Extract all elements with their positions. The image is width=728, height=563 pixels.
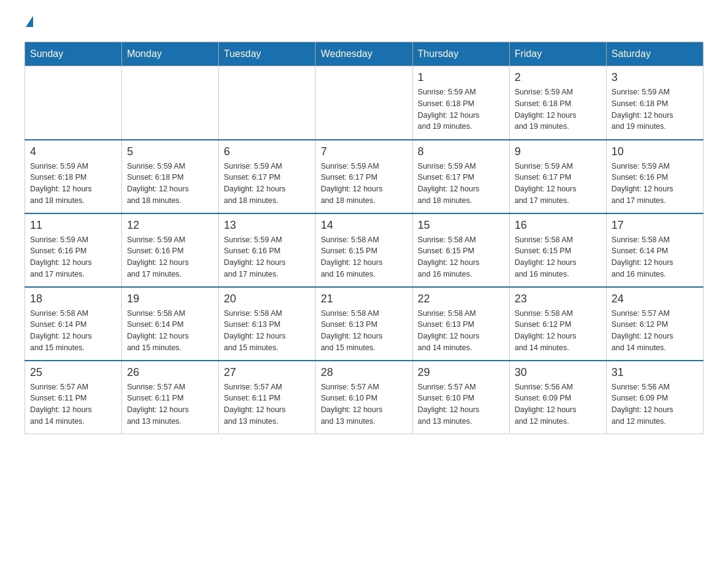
day-info: Sunrise: 5:58 AM Sunset: 6:15 PM Dayligh… <box>515 234 601 280</box>
day-info: Sunrise: 5:59 AM Sunset: 6:18 PM Dayligh… <box>612 86 698 132</box>
table-row <box>316 66 412 140</box>
table-row: 30Sunrise: 5:56 AM Sunset: 6:09 PM Dayli… <box>509 361 606 434</box>
day-number: 25 <box>30 366 116 379</box>
table-row: 10Sunrise: 5:59 AM Sunset: 6:16 PM Dayli… <box>606 140 703 213</box>
day-info: Sunrise: 5:59 AM Sunset: 6:17 PM Dayligh… <box>418 161 504 207</box>
day-number: 15 <box>418 219 504 232</box>
day-number: 31 <box>612 366 698 379</box>
day-info: Sunrise: 5:59 AM Sunset: 6:16 PM Dayligh… <box>612 161 698 207</box>
table-row: 18Sunrise: 5:58 AM Sunset: 6:14 PM Dayli… <box>25 287 122 361</box>
day-number: 28 <box>320 366 407 379</box>
day-number: 27 <box>224 366 310 379</box>
table-row: 14Sunrise: 5:58 AM Sunset: 6:15 PM Dayli… <box>316 213 412 287</box>
table-row: 16Sunrise: 5:58 AM Sunset: 6:15 PM Dayli… <box>509 213 606 287</box>
table-row: 20Sunrise: 5:58 AM Sunset: 6:13 PM Dayli… <box>219 287 316 361</box>
day-number: 23 <box>515 293 601 305</box>
day-info: Sunrise: 5:57 AM Sunset: 6:11 PM Dayligh… <box>127 381 213 427</box>
calendar-week-row: 18Sunrise: 5:58 AM Sunset: 6:14 PM Dayli… <box>25 287 703 361</box>
col-wednesday: Wednesday <box>316 42 412 66</box>
day-number: 19 <box>127 293 213 305</box>
day-info: Sunrise: 5:59 AM Sunset: 6:17 PM Dayligh… <box>515 161 601 207</box>
day-info: Sunrise: 5:58 AM Sunset: 6:15 PM Dayligh… <box>320 234 407 280</box>
day-info: Sunrise: 5:59 AM Sunset: 6:16 PM Dayligh… <box>224 234 310 280</box>
day-info: Sunrise: 5:58 AM Sunset: 6:14 PM Dayligh… <box>612 234 698 280</box>
day-info: Sunrise: 5:58 AM Sunset: 6:12 PM Dayligh… <box>515 308 601 354</box>
table-row <box>122 66 219 140</box>
col-friday: Friday <box>509 42 606 66</box>
day-number: 5 <box>127 145 213 158</box>
col-sunday: Sunday <box>25 42 122 66</box>
day-number: 16 <box>515 219 601 232</box>
table-row: 6Sunrise: 5:59 AM Sunset: 6:17 PM Daylig… <box>219 140 316 213</box>
day-info: Sunrise: 5:58 AM Sunset: 6:14 PM Dayligh… <box>30 308 116 354</box>
table-row: 2Sunrise: 5:59 AM Sunset: 6:18 PM Daylig… <box>509 66 606 140</box>
table-row: 1Sunrise: 5:59 AM Sunset: 6:18 PM Daylig… <box>412 66 509 140</box>
day-number: 30 <box>515 366 601 379</box>
calendar-header-row: Sunday Monday Tuesday Wednesday Thursday… <box>25 42 703 66</box>
table-row: 13Sunrise: 5:59 AM Sunset: 6:16 PM Dayli… <box>219 213 316 287</box>
day-info: Sunrise: 5:58 AM Sunset: 6:13 PM Dayligh… <box>224 308 310 354</box>
day-info: Sunrise: 5:59 AM Sunset: 6:16 PM Dayligh… <box>127 234 213 280</box>
col-monday: Monday <box>122 42 219 66</box>
day-info: Sunrise: 5:59 AM Sunset: 6:17 PM Dayligh… <box>320 161 407 207</box>
page-header <box>25 18 703 29</box>
table-row: 3Sunrise: 5:59 AM Sunset: 6:18 PM Daylig… <box>606 66 703 140</box>
col-tuesday: Tuesday <box>219 42 316 66</box>
day-info: Sunrise: 5:57 AM Sunset: 6:10 PM Dayligh… <box>418 381 504 427</box>
table-row: 17Sunrise: 5:58 AM Sunset: 6:14 PM Dayli… <box>606 213 703 287</box>
calendar-week-row: 11Sunrise: 5:59 AM Sunset: 6:16 PM Dayli… <box>25 213 703 287</box>
day-info: Sunrise: 5:57 AM Sunset: 6:10 PM Dayligh… <box>320 381 407 427</box>
table-row: 19Sunrise: 5:58 AM Sunset: 6:14 PM Dayli… <box>122 287 219 361</box>
table-row: 24Sunrise: 5:57 AM Sunset: 6:12 PM Dayli… <box>606 287 703 361</box>
day-number: 26 <box>127 366 213 379</box>
table-row <box>219 66 316 140</box>
day-info: Sunrise: 5:59 AM Sunset: 6:18 PM Dayligh… <box>515 86 601 132</box>
table-row: 26Sunrise: 5:57 AM Sunset: 6:11 PM Dayli… <box>122 361 219 434</box>
day-number: 17 <box>612 219 698 232</box>
table-row: 29Sunrise: 5:57 AM Sunset: 6:10 PM Dayli… <box>412 361 509 434</box>
table-row: 27Sunrise: 5:57 AM Sunset: 6:11 PM Dayli… <box>219 361 316 434</box>
day-number: 8 <box>418 145 504 158</box>
day-info: Sunrise: 5:58 AM Sunset: 6:13 PM Dayligh… <box>418 308 504 354</box>
table-row: 11Sunrise: 5:59 AM Sunset: 6:16 PM Dayli… <box>25 213 122 287</box>
day-number: 18 <box>30 293 116 305</box>
table-row: 23Sunrise: 5:58 AM Sunset: 6:12 PM Dayli… <box>509 287 606 361</box>
day-number: 11 <box>30 219 116 232</box>
table-row: 4Sunrise: 5:59 AM Sunset: 6:18 PM Daylig… <box>25 140 122 213</box>
day-info: Sunrise: 5:59 AM Sunset: 6:18 PM Dayligh… <box>127 161 213 207</box>
day-number: 22 <box>418 293 504 305</box>
day-number: 13 <box>224 219 310 232</box>
table-row: 15Sunrise: 5:58 AM Sunset: 6:15 PM Dayli… <box>412 213 509 287</box>
calendar-week-row: 4Sunrise: 5:59 AM Sunset: 6:18 PM Daylig… <box>25 140 703 213</box>
table-row: 28Sunrise: 5:57 AM Sunset: 6:10 PM Dayli… <box>316 361 412 434</box>
day-number: 2 <box>515 71 601 84</box>
table-row: 8Sunrise: 5:59 AM Sunset: 6:17 PM Daylig… <box>412 140 509 213</box>
calendar-table: Sunday Monday Tuesday Wednesday Thursday… <box>25 42 703 434</box>
table-row <box>25 66 122 140</box>
day-info: Sunrise: 5:59 AM Sunset: 6:17 PM Dayligh… <box>224 161 310 207</box>
day-info: Sunrise: 5:57 AM Sunset: 6:11 PM Dayligh… <box>224 381 310 427</box>
day-info: Sunrise: 5:57 AM Sunset: 6:12 PM Dayligh… <box>612 308 698 354</box>
day-info: Sunrise: 5:59 AM Sunset: 6:16 PM Dayligh… <box>30 234 116 280</box>
day-number: 29 <box>418 366 504 379</box>
table-row: 22Sunrise: 5:58 AM Sunset: 6:13 PM Dayli… <box>412 287 509 361</box>
table-row: 21Sunrise: 5:58 AM Sunset: 6:13 PM Dayli… <box>316 287 412 361</box>
table-row: 12Sunrise: 5:59 AM Sunset: 6:16 PM Dayli… <box>122 213 219 287</box>
logo-triangle-icon <box>26 16 33 27</box>
col-saturday: Saturday <box>606 42 703 66</box>
table-row: 31Sunrise: 5:56 AM Sunset: 6:09 PM Dayli… <box>606 361 703 434</box>
day-number: 21 <box>320 293 407 305</box>
day-number: 7 <box>320 145 407 158</box>
table-row: 7Sunrise: 5:59 AM Sunset: 6:17 PM Daylig… <box>316 140 412 213</box>
table-row: 9Sunrise: 5:59 AM Sunset: 6:17 PM Daylig… <box>509 140 606 213</box>
day-number: 3 <box>612 71 698 84</box>
calendar-week-row: 1Sunrise: 5:59 AM Sunset: 6:18 PM Daylig… <box>25 66 703 140</box>
day-info: Sunrise: 5:56 AM Sunset: 6:09 PM Dayligh… <box>612 381 698 427</box>
calendar-week-row: 25Sunrise: 5:57 AM Sunset: 6:11 PM Dayli… <box>25 361 703 434</box>
day-info: Sunrise: 5:58 AM Sunset: 6:15 PM Dayligh… <box>418 234 504 280</box>
day-number: 20 <box>224 293 310 305</box>
day-number: 1 <box>418 71 504 84</box>
day-number: 10 <box>612 145 698 158</box>
day-info: Sunrise: 5:59 AM Sunset: 6:18 PM Dayligh… <box>418 86 504 132</box>
day-info: Sunrise: 5:58 AM Sunset: 6:13 PM Dayligh… <box>320 308 407 354</box>
